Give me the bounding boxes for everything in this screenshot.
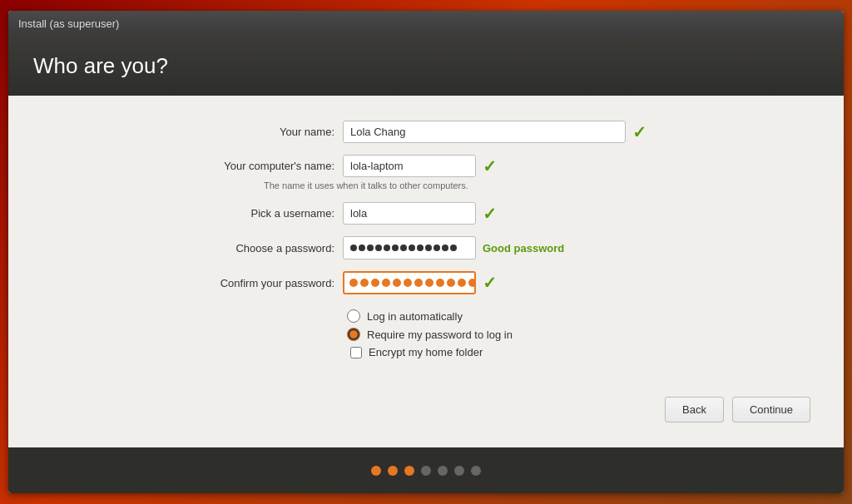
continue-button[interactable]: Continue	[732, 397, 810, 422]
footer	[8, 447, 844, 493]
password-strength: Good password	[483, 242, 564, 254]
require-password-row: Require my password to log in	[347, 328, 680, 341]
back-button[interactable]: Back	[665, 397, 724, 422]
your-name-row: Your name: ✓	[176, 121, 676, 143]
auto-login-label[interactable]: Log in automatically	[367, 310, 463, 323]
progress-dot-2	[388, 466, 398, 476]
password-label: Choose a password:	[176, 242, 343, 254]
computer-name-row: Your computer's name: ✓	[176, 155, 676, 177]
computer-name-checkmark: ✓	[483, 156, 497, 176]
titlebar: Install (as superuser)	[8, 11, 844, 37]
content-area: Your name: ✓ Your computer's name: ✓ The…	[8, 96, 844, 447]
require-password-radio[interactable]	[347, 328, 360, 341]
main-window: Install (as superuser) Who are you? Your…	[8, 11, 844, 493]
username-checkmark: ✓	[483, 204, 497, 224]
progress-dot-7	[471, 466, 481, 476]
your-name-checkmark: ✓	[632, 122, 646, 142]
auto-login-radio[interactable]	[347, 309, 360, 323]
progress-dot-4	[421, 466, 431, 476]
computer-name-hint: The name it uses when it talks to other …	[264, 180, 763, 190]
confirm-password-input-container[interactable]	[343, 271, 476, 294]
password-input-container[interactable]	[343, 236, 476, 259]
progress-dot-6	[454, 466, 464, 476]
progress-dot-1	[371, 466, 381, 476]
your-name-input[interactable]	[343, 121, 626, 143]
auto-login-row: Log in automatically	[347, 309, 680, 323]
confirm-password-row: Confirm your password:	[176, 271, 676, 294]
computer-name-label: Your computer's name:	[176, 160, 343, 172]
username-input[interactable]	[343, 202, 476, 225]
confirm-password-dots	[349, 279, 476, 287]
encrypt-label[interactable]: Encrypt my home folder	[369, 346, 483, 358]
form-area: Your name: ✓ Your computer's name: ✓ The…	[42, 121, 810, 388]
username-label: Pick a username:	[176, 207, 343, 220]
your-name-label: Your name:	[176, 126, 343, 138]
confirm-password-checkmark: ✓	[483, 273, 497, 293]
confirm-password-label: Confirm your password:	[176, 277, 343, 289]
progress-dot-5	[438, 466, 448, 476]
page-title: Who are you?	[33, 53, 819, 79]
require-password-label[interactable]: Require my password to log in	[367, 329, 513, 341]
username-row: Pick a username: ✓	[176, 202, 676, 225]
progress-dot-3	[404, 466, 414, 476]
encrypt-row: Encrypt my home folder	[350, 346, 680, 358]
login-options: Log in automatically Require my password…	[347, 309, 680, 358]
header: Who are you?	[8, 37, 844, 96]
password-row: Choose a password:	[176, 236, 676, 259]
password-dots	[350, 245, 457, 251]
encrypt-checkbox[interactable]	[350, 347, 362, 358]
titlebar-text: Install (as superuser)	[18, 17, 119, 30]
button-row: Back Continue	[42, 388, 810, 422]
computer-name-input[interactable]	[343, 155, 476, 177]
